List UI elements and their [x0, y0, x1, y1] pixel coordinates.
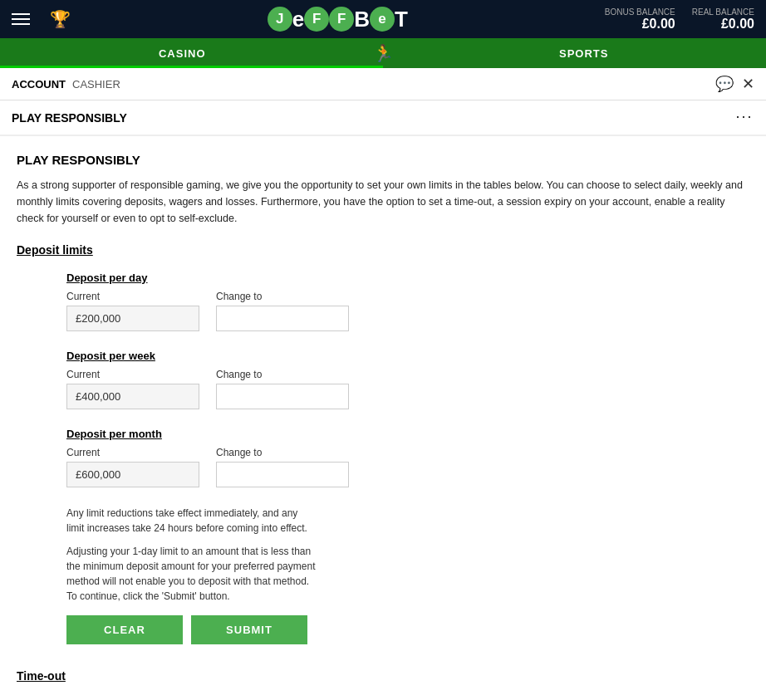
more-options-menu[interactable]: ⋮: [734, 109, 754, 126]
deposit-per-month-change-input[interactable]: [216, 462, 349, 487]
balance-section: BONUS BALANCE £0.00 REAL BALANCE £0.00: [605, 7, 754, 32]
current-label-day: Current: [66, 291, 199, 302]
hamburger-menu[interactable]: [12, 13, 30, 25]
notice-text-2: Adjusting your 1-day limit to an amount …: [66, 544, 316, 604]
deposit-per-day-change-group: Change to: [216, 291, 349, 331]
account-bar-left: ACCOUNT CASHIER: [12, 78, 120, 91]
limits-form: Deposit per day Current Change to Deposi…: [17, 272, 749, 644]
active-indicator: [0, 66, 383, 68]
nav-sports-icon: 🏃: [365, 43, 402, 63]
nav-casino[interactable]: CASINO: [0, 41, 365, 66]
logo-b: B: [354, 7, 370, 32]
left-icons: 🏆: [12, 9, 71, 29]
deposit-per-week-change-input[interactable]: [216, 384, 349, 409]
change-to-label-month: Change to: [216, 447, 349, 458]
top-header: 🏆 J e F F B e T BONUS BALANCE £0.00 REAL…: [0, 0, 766, 38]
change-to-label-day: Change to: [216, 291, 349, 302]
cashier-label: CASHIER: [72, 78, 120, 91]
deposit-per-day-change-input[interactable]: [216, 306, 349, 331]
change-to-label-week: Change to: [216, 369, 349, 380]
current-label-week: Current: [66, 369, 199, 380]
deposit-per-week-row: Deposit per week Current Change to: [66, 350, 749, 409]
logo-j: J: [268, 7, 292, 32]
account-label: ACCOUNT: [12, 78, 66, 91]
deposit-per-week-change-group: Change to: [216, 369, 349, 409]
bonus-balance: BONUS BALANCE £0.00: [605, 7, 675, 32]
play-responsibly-heading: PLAY RESPONSIBLY: [17, 153, 749, 167]
timeout-heading: Time-out: [17, 669, 749, 683]
deposit-per-month-current-group: Current: [66, 447, 199, 487]
deposit-per-month-change-group: Change to: [216, 447, 349, 487]
deposit-per-day-fields: Current Change to: [66, 291, 749, 331]
page-title: PLAY RESPONSIBLY: [12, 111, 127, 125]
submit-button[interactable]: SUBMIT: [191, 615, 307, 644]
account-bar: ACCOUNT CASHIER 💬 ✕: [0, 68, 766, 100]
deposit-per-month-label: Deposit per month: [66, 428, 749, 440]
deposit-per-month-fields: Current Change to: [66, 447, 749, 487]
deposit-per-week-current-group: Current: [66, 369, 199, 409]
trophy-icon: 🏆: [50, 9, 71, 29]
account-bar-right: 💬 ✕: [715, 75, 754, 93]
clear-button[interactable]: CLEAR: [66, 615, 183, 644]
deposit-per-month-current-input: [66, 462, 199, 487]
logo-text: e: [292, 7, 304, 32]
current-label-month: Current: [66, 447, 199, 458]
deposit-per-day-current-group: Current: [66, 291, 199, 331]
deposit-per-month-row: Deposit per month Current Change to: [66, 428, 749, 487]
page-title-bar: PLAY RESPONSIBLY ⋮: [0, 100, 766, 136]
deposit-per-day-current-input: [66, 306, 199, 331]
nav-bar: CASINO 🏃 SPORTS: [0, 38, 766, 68]
notice-text-1: Any limit reductions take effect immedia…: [66, 506, 316, 536]
chat-icon[interactable]: 💬: [715, 75, 734, 93]
deposit-limit-buttons: CLEAR SUBMIT: [66, 615, 749, 644]
timeout-section: Time-out Please deactivate my account fo…: [17, 669, 749, 700]
logo-t: T: [395, 7, 408, 32]
nav-sports[interactable]: SPORTS: [402, 41, 767, 66]
deposit-per-day-row: Deposit per day Current Change to: [66, 272, 749, 331]
deposit-per-week-label: Deposit per week: [66, 350, 749, 362]
logo-ff1: F: [304, 7, 329, 32]
deposit-limits-heading: Deposit limits: [17, 243, 749, 257]
deposit-per-day-label: Deposit per day: [66, 272, 749, 284]
main-content: PLAY RESPONSIBLY As a strong supporter o…: [0, 136, 766, 700]
logo-e: e: [370, 7, 395, 32]
deposit-per-week-fields: Current Change to: [66, 369, 749, 409]
deposit-per-week-current-input: [66, 384, 199, 409]
real-balance: REAL BALANCE £0.00: [692, 7, 754, 32]
logo: J e F F B e T: [268, 7, 408, 32]
intro-text: As a strong supporter of responsible gam…: [17, 177, 749, 227]
logo-ff2: F: [329, 7, 354, 32]
close-icon[interactable]: ✕: [742, 75, 754, 93]
